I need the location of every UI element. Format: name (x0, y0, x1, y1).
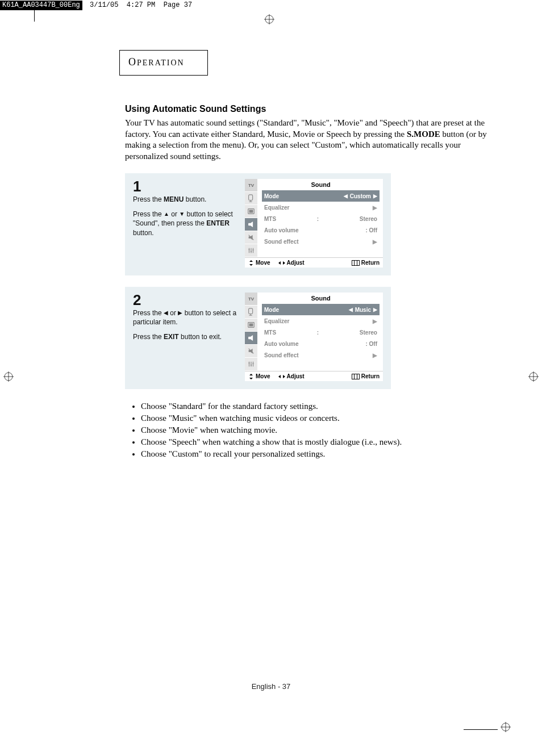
step-text: 1Press the MENU button.Press the ▲ or ▼ … (133, 179, 238, 268)
svg-marker-43 (283, 375, 285, 378)
osd-tab-icon (245, 192, 257, 205)
svg-rect-39 (253, 363, 254, 364)
osd-row-label: Mode (264, 307, 279, 313)
left-arrow-icon: ◀ (349, 307, 353, 312)
osd-footer: Move Adjust Return (245, 371, 383, 381)
intro-bold: S.MODE (407, 130, 440, 139)
svg-marker-22 (249, 264, 253, 266)
registration-mark-bottom (501, 722, 511, 734)
osd-tab-icon (245, 319, 257, 332)
osd-footer-adjust: Adjust (278, 373, 305, 379)
osd-footer-return: Return (352, 260, 380, 266)
right-arrow-icon: ▶ (373, 204, 377, 211)
osd-row-label: Sound effect (264, 352, 299, 358)
svg-rect-9 (249, 195, 253, 201)
osd-menu-row: Sound effect▶ (262, 349, 380, 361)
osd-row-label: Auto volume (264, 227, 299, 233)
osd-menu-row: Auto volume: Off (262, 338, 380, 349)
step-paragraph: Press the EXIT button to exit. (133, 332, 238, 341)
svg-marker-24 (283, 261, 285, 265)
osd-footer: Move Adjust Return (245, 257, 383, 268)
bullet-item: Choose "Music" when watching music video… (141, 413, 491, 423)
intro-paragraph: Your TV has automatic sound settings ("S… (125, 118, 489, 162)
osd-tab-icon (245, 218, 257, 231)
step-paragraph: Press the ▲ or ▼ button to select "Sound… (133, 210, 238, 237)
svg-marker-40 (249, 374, 253, 375)
osd-screenshot: TVSoundMode◀Music▶Equalizer▶MTS:StereoAu… (245, 293, 383, 381)
osd-menu-row: Equalizer▶ (262, 315, 380, 327)
osd-tab-icon (245, 205, 257, 218)
osd-tab-tv: TV (245, 179, 257, 192)
osd-title: Sound (262, 293, 380, 304)
bullet-item: Choose "Speech" when watching a show tha… (141, 437, 491, 447)
osd-row-label: Mode (264, 193, 279, 199)
right-arrow-icon: ▶ (373, 318, 377, 324)
registration-mark-right (528, 371, 539, 384)
step-block-2: 2Press the ◀ or ▶ button to select a par… (125, 287, 391, 389)
svg-rect-28 (249, 308, 253, 314)
section-tab: OPERATION (119, 50, 208, 76)
osd-tab-icon (245, 358, 257, 371)
svg-rect-25 (352, 260, 359, 265)
osd-menu-row: Mode◀Music▶ (262, 304, 380, 315)
osd-title: Sound (262, 179, 380, 190)
right-arrow-icon: ▶ (373, 193, 377, 199)
osd-row-label: MTS (264, 216, 276, 222)
step-number: 2 (133, 293, 238, 307)
header-pagelabel: Page 37 (164, 1, 192, 9)
left-arrow-icon: ◀ (344, 193, 348, 199)
header-date: 3/11/05 (90, 1, 118, 9)
osd-tab-icon (245, 332, 257, 345)
osd-footer-move: Move (248, 260, 270, 266)
page-heading: Using Automatic Sound Settings (125, 104, 491, 114)
osd-tab-strip: TV (245, 179, 257, 257)
svg-rect-37 (249, 362, 250, 364)
bullet-item: Choose "Standard" for the standard facto… (141, 402, 491, 411)
osd-menu-row: MTS:Stereo (262, 327, 380, 338)
step-paragraph: Press the MENU button. (133, 195, 238, 204)
osd-tab-icon (245, 306, 257, 319)
trim-line-bottom (464, 729, 498, 730)
osd-menu-row: Equalizer▶ (262, 202, 380, 213)
osd-menu-row: Auto volume: Off (262, 224, 380, 236)
osd-menu-row: Sound effect▶ (262, 236, 380, 247)
osd-row-value: Custom (350, 193, 371, 199)
osd-tab-strip: TV (245, 293, 257, 371)
osd-row-value: : Off (365, 227, 377, 233)
osd-menu: SoundMode◀Custom▶Equalizer▶MTS:StereoAut… (257, 179, 383, 257)
svg-rect-13 (249, 210, 253, 212)
osd-footer-return: Return (352, 373, 380, 379)
osd-row-value: Music (355, 307, 371, 313)
svg-rect-18 (249, 249, 250, 250)
svg-marker-41 (249, 378, 253, 379)
osd-row-value: Stereo (360, 329, 377, 336)
registration-mark-left (3, 371, 14, 384)
osd-tab-tv: TV (245, 293, 257, 306)
osd-footer-adjust: Adjust (278, 260, 305, 266)
osd-menu: SoundMode◀Music▶Equalizer▶MTS:StereoAuto… (257, 293, 383, 371)
bullet-item: Choose "Custom" to recall your personali… (141, 449, 491, 459)
page-number: English - 37 (0, 682, 542, 691)
svg-marker-21 (249, 260, 253, 262)
svg-rect-32 (249, 323, 253, 326)
bullet-item: Choose "Movie" when watching movie. (141, 425, 491, 435)
osd-row-label: Equalizer (264, 204, 289, 211)
registration-mark-top (264, 14, 273, 23)
osd-tab-icon (245, 244, 257, 257)
header-meta: 3/11/05 4:27 PM Page 37 (86, 0, 192, 10)
trim-mark (34, 10, 35, 22)
right-arrow-icon: ▶ (373, 307, 377, 312)
osd-row-sep: : (317, 216, 319, 222)
svg-rect-44 (352, 374, 359, 379)
right-arrow-icon: ▶ (373, 352, 377, 358)
svg-rect-38 (251, 365, 252, 366)
osd-row-value: Stereo (360, 216, 377, 222)
osd-tab-icon (245, 345, 257, 358)
osd-menu-row: Mode◀Custom▶ (262, 190, 380, 202)
svg-marker-42 (278, 375, 281, 378)
osd-footer-move: Move (248, 373, 270, 379)
osd-row-sep: : (317, 329, 319, 336)
step-number: 1 (133, 179, 238, 194)
osd-tab-icon (245, 231, 257, 244)
svg-marker-23 (278, 261, 281, 265)
